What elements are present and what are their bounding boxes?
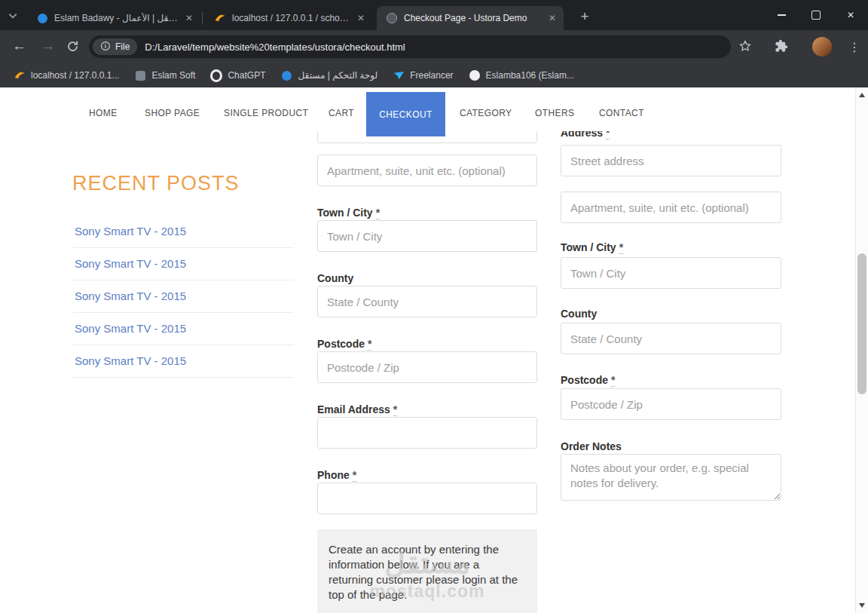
billing-county-input[interactable] bbox=[317, 286, 537, 317]
shipping-postcode-label: Postcode* bbox=[561, 374, 615, 386]
billing-town-city-input[interactable] bbox=[317, 220, 537, 252]
nav-item-shop-page[interactable]: SHOP PAGE bbox=[145, 109, 200, 118]
tab-strip: Eslam Badawy - مستقل | الأعمال ✕ localho… bbox=[0, 0, 868, 30]
tab-close-icon[interactable]: ✕ bbox=[356, 13, 366, 23]
scrollbar-thumb[interactable] bbox=[857, 253, 866, 394]
recent-post-link[interactable]: Sony Smart TV - 2015 bbox=[73, 280, 294, 313]
bookmark-item-eslamsoft[interactable]: Eslam Soft bbox=[128, 66, 201, 84]
scroll-up-arrow-icon[interactable] bbox=[859, 93, 865, 97]
browser-toolbar: ← → File D:/Laravel/temp/website%20templ… bbox=[0, 30, 868, 63]
nav-item-category[interactable]: CATEGORY bbox=[460, 109, 512, 118]
recent-post-link[interactable]: Sony Smart TV - 2015 bbox=[73, 248, 294, 280]
bookmark-label: Eslam Soft bbox=[151, 70, 195, 81]
shipping-postcode-input[interactable] bbox=[561, 388, 781, 420]
tab-divider bbox=[202, 12, 203, 24]
phpmyadmin-favicon-icon bbox=[214, 12, 226, 24]
nav-item-checkout-label: CHECKOUT bbox=[379, 109, 432, 120]
profile-avatar[interactable] bbox=[812, 37, 832, 57]
required-asterisk: * bbox=[611, 374, 615, 387]
recent-post-link[interactable]: Sony Smart TV - 2015 bbox=[73, 216, 294, 248]
nav-item-home[interactable]: HOME bbox=[89, 109, 118, 118]
shipping-address2-input[interactable] bbox=[561, 192, 781, 223]
browser-tab-checkout-active[interactable]: Checkout Page - Ustora Demo ✕ bbox=[377, 6, 564, 30]
bookmark-label: ChatGPT bbox=[228, 70, 265, 81]
shipping-town-city-label: Town / City* bbox=[561, 241, 623, 253]
bookmark-star-icon[interactable] bbox=[738, 39, 752, 53]
billing-address2-input[interactable] bbox=[317, 155, 537, 186]
required-asterisk: * bbox=[619, 241, 623, 254]
tab-search-chevron-icon[interactable] bbox=[8, 11, 18, 21]
required-asterisk: * bbox=[376, 207, 380, 219]
back-icon[interactable]: ← bbox=[12, 38, 26, 54]
bookmark-item-localhost[interactable]: localhost / 127.0.0.1... bbox=[8, 66, 125, 84]
minimize-button[interactable] bbox=[764, 0, 799, 30]
phpmyadmin-icon bbox=[14, 69, 26, 81]
nav-item-others[interactable]: OTHERS bbox=[535, 109, 574, 118]
billing-phone-label: Phone* bbox=[317, 469, 356, 481]
maximize-icon bbox=[811, 11, 821, 20]
page-scrollbar[interactable] bbox=[855, 87, 868, 613]
github-icon bbox=[469, 69, 481, 81]
tab-title: Checkout Page - Ustora Demo bbox=[404, 13, 541, 23]
minimize-icon bbox=[778, 14, 786, 16]
mostaql-favicon-icon bbox=[36, 12, 48, 24]
page-viewport: RECENT POSTS Sony Smart TV - 2015 Sony S… bbox=[0, 87, 855, 613]
billing-postcode-input[interactable] bbox=[317, 351, 537, 383]
file-chip[interactable]: File bbox=[93, 38, 137, 55]
avatar-image bbox=[812, 37, 832, 57]
recent-post-link[interactable]: Sony Smart TV - 2015 bbox=[73, 345, 294, 378]
info-icon bbox=[100, 41, 111, 54]
tab-title: localhost / 127.0.0.1 / school / ... bbox=[232, 13, 350, 23]
bookmark-label: لوحة التحكم | مستقل bbox=[298, 70, 377, 81]
billing-email-label: Email Address* bbox=[317, 403, 397, 415]
file-chip-label: File bbox=[115, 41, 130, 52]
bookmark-item-chatgpt[interactable]: ChatGPT bbox=[204, 66, 271, 84]
billing-county-label: County bbox=[317, 272, 353, 284]
bookmark-item-mostaql-dashboard[interactable]: لوحة التحكم | مستقل bbox=[274, 66, 384, 84]
ustora-favicon-icon bbox=[386, 12, 398, 24]
new-tab-button[interactable]: + bbox=[574, 6, 595, 27]
required-asterisk: * bbox=[353, 469, 356, 482]
billing-email-input[interactable] bbox=[317, 417, 537, 449]
main-navigation: HOME SHOP PAGE SINGLE PRODUCT CART CHECK… bbox=[0, 87, 855, 131]
billing-phone-input[interactable] bbox=[317, 483, 537, 514]
create-account-note: Create an account by entering the inform… bbox=[317, 529, 537, 613]
bookmark-label: Freelancer bbox=[410, 70, 453, 81]
shipping-county-label: County bbox=[561, 308, 597, 320]
browser-tab-mostaql[interactable]: Eslam Badawy - مستقل | الأعمال ✕ bbox=[27, 6, 200, 30]
bookmark-item-github[interactable]: Eslamba106 (Eslam... bbox=[463, 66, 580, 84]
forward-icon[interactable]: → bbox=[41, 38, 55, 54]
close-window-button[interactable]: ✕ bbox=[833, 0, 868, 30]
bookmark-item-freelancer[interactable]: Freelancer bbox=[387, 66, 459, 84]
recent-post-link[interactable]: Sony Smart TV - 2015 bbox=[73, 313, 294, 345]
eslamsoft-icon bbox=[134, 69, 146, 81]
refresh-icon[interactable] bbox=[66, 40, 79, 53]
required-asterisk: * bbox=[393, 403, 397, 416]
scroll-down-arrow-icon[interactable] bbox=[859, 603, 865, 608]
browser-menu-icon[interactable]: ⋮ bbox=[847, 38, 862, 55]
bookmark-label: localhost / 127.0.0.1... bbox=[31, 70, 119, 81]
order-notes-label: Order Notes bbox=[561, 440, 622, 452]
extensions-puzzle-icon[interactable] bbox=[775, 39, 788, 53]
tab-close-icon[interactable]: ✕ bbox=[547, 13, 558, 23]
nav-item-single-product[interactable]: SINGLE PRODUCT bbox=[224, 109, 308, 118]
shipping-street-address-input[interactable] bbox=[561, 145, 781, 176]
maximize-button[interactable] bbox=[799, 0, 833, 30]
bookmarks-bar: localhost / 127.0.0.1... Eslam Soft Chat… bbox=[0, 63, 868, 87]
shipping-town-city-input[interactable] bbox=[561, 257, 781, 289]
chatgpt-icon bbox=[210, 69, 222, 81]
browser-tab-phpmyadmin[interactable]: localhost / 127.0.0.1 / school / ... ✕ bbox=[205, 6, 372, 30]
nav-item-contact[interactable]: CONTACT bbox=[599, 109, 644, 118]
order-notes-textarea[interactable] bbox=[561, 454, 781, 501]
nav-item-cart[interactable]: CART bbox=[329, 109, 354, 118]
billing-town-city-label: Town / City* bbox=[317, 207, 380, 219]
mostaql-icon bbox=[280, 69, 292, 81]
recent-posts-list: Sony Smart TV - 2015 Sony Smart TV - 201… bbox=[73, 216, 294, 378]
create-account-text: Create an account by entering the inform… bbox=[317, 529, 537, 602]
shipping-county-input[interactable] bbox=[561, 323, 781, 354]
nav-item-checkout-active[interactable]: CHECKOUT bbox=[366, 92, 445, 136]
required-asterisk: * bbox=[368, 338, 371, 351]
tab-close-icon[interactable]: ✕ bbox=[184, 13, 194, 23]
url-text: D:/Laravel/temp/website%20templates/usto… bbox=[145, 41, 405, 53]
address-bar[interactable]: File D:/Laravel/temp/website%20templates… bbox=[89, 35, 731, 58]
